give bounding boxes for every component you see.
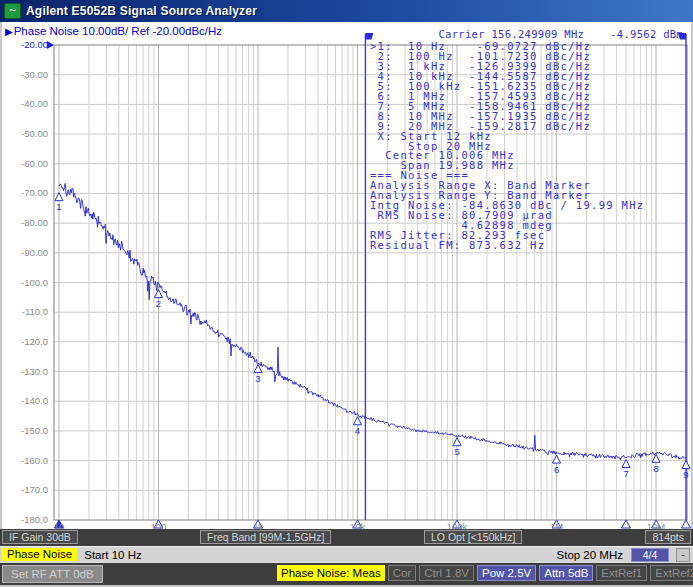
- sweep-stop-label: Stop 20 MHz: [557, 549, 623, 561]
- marker-readout: >1: 10 Hz -69.0727 dBc/Hz 2: 100 Hz -101…: [370, 42, 644, 251]
- trace-scale-label: Phase Noise 10.00dB/ Ref -20.00dBc/Hz: [14, 25, 222, 37]
- if-gain-indicator[interactable]: IF Gain 30dB: [2, 530, 78, 544]
- x-tick-label: 1M: [540, 521, 574, 529]
- trace-header[interactable]: ▶Phase Noise 10.00dB/ Ref -20.00dBc/Hz: [5, 25, 222, 37]
- marker-number: 1: [56, 201, 61, 212]
- x-tick-label: 10M: [639, 521, 673, 529]
- marker-triangle-icon: [453, 438, 461, 446]
- x-tick-label: 100k: [440, 521, 474, 529]
- axis-marker-triangle-icon: [622, 520, 631, 528]
- marker-number: 8: [653, 463, 658, 474]
- y-tick-label: -120.0: [2, 336, 48, 348]
- app-icon: ~: [4, 3, 21, 19]
- meas-status-badge: Phase Noise: Meas: [277, 565, 385, 581]
- status-indicator-ctrl: Ctrl 1.8V: [419, 565, 474, 581]
- marker-number: 6: [554, 464, 559, 475]
- marker-triangle-icon: [254, 364, 262, 372]
- rf-att-indicator[interactable]: Set RF ATT 0dB: [2, 565, 103, 583]
- status-indicator-pow: Pow 2.5V: [477, 565, 536, 581]
- window-title: Agilent E5052B Signal Source Analyzer: [26, 4, 257, 18]
- page-indicator[interactable]: 4/4: [631, 548, 669, 562]
- axis-marker-triangle-icon: [682, 520, 691, 528]
- y-tick-label: -160.0: [2, 455, 48, 467]
- status-indicator-extref1: ExtRef1: [596, 565, 647, 581]
- y-tick-label: -100.0: [2, 277, 48, 289]
- window-titlebar[interactable]: ~ Agilent E5052B Signal Source Analyzer: [0, 0, 693, 22]
- carrier-frequency: Carrier 156.249909 MHz: [438, 28, 584, 40]
- carrier-power: -4.9562 dBm: [610, 28, 683, 40]
- y-tick-label: -150.0: [2, 425, 48, 437]
- ref-level-arrow-icon[interactable]: [47, 41, 54, 49]
- x-tick-label: 10: [42, 521, 76, 529]
- x-tick-label: 1k: [241, 521, 275, 529]
- sweep-start-label: Start 10 Hz: [84, 549, 142, 561]
- marker-triangle-icon: [354, 417, 362, 425]
- trace-select-arrow-icon: ▶: [5, 26, 13, 37]
- y-tick-label: -130.0: [2, 366, 48, 378]
- instrument-status-bar: Set RF ATT 0dB Phase Noise: Meas CorCtrl…: [0, 562, 693, 587]
- status-indicator-cor: Cor: [388, 565, 417, 581]
- y-tick-label: -60.00: [2, 158, 48, 170]
- y-tick-label: -170.0: [2, 484, 48, 496]
- y-tick-label: -80.00: [2, 217, 48, 229]
- y-tick-label: -40.00: [2, 98, 48, 110]
- status-indicator-extref2: ExtRef2: [650, 565, 693, 581]
- marker-number: 2: [156, 298, 161, 309]
- freq-band-indicator[interactable]: Freq Band [99M-1.5GHz]: [200, 530, 331, 544]
- lo-opt-indicator[interactable]: LO Opt [<150kHz]: [424, 530, 522, 544]
- sweep-status-bar: Phase Noise Start 10 Hz Stop 20 MHz 4/4 …: [0, 546, 693, 562]
- marker-triangle-icon: [682, 460, 690, 468]
- y-tick-label: -140.0: [2, 395, 48, 407]
- points-indicator: 814pts: [645, 530, 691, 544]
- marker-number: 5: [454, 446, 459, 457]
- status-indicator-group: Phase Noise: Meas CorCtrl 1.8VPow 2.5VAt…: [277, 565, 693, 583]
- marker-triangle-icon: [553, 455, 561, 463]
- carrier-readout: Carrier 156.249909 MHz-4.9562 dBm: [438, 28, 683, 40]
- marker-number: 4: [355, 425, 360, 436]
- y-tick-label: -90.00: [2, 247, 48, 259]
- marker-triangle-icon: [652, 454, 660, 462]
- marker-number: 7: [623, 468, 628, 479]
- collapse-button[interactable]: -: [676, 548, 690, 562]
- y-tick-label: -70.00: [2, 187, 48, 199]
- x-tick-label: 100: [142, 521, 176, 529]
- y-tick-label: -20.00: [2, 39, 48, 51]
- measurement-status-bar: IF Gain 30dB Freq Band [99M-1.5GHz] LO O…: [0, 529, 693, 546]
- instrument-window: ~ Agilent E5052B Signal Source Analyzer …: [0, 0, 693, 587]
- marker-number: 3: [255, 373, 260, 384]
- y-tick-label: -50.00: [2, 128, 48, 140]
- mode-badge[interactable]: Phase Noise: [2, 548, 77, 561]
- marker-number: 9: [683, 469, 688, 480]
- y-tick-label: -110.0: [2, 306, 48, 318]
- x-tick-label: 10k: [341, 521, 375, 529]
- y-tick-label: -30.00: [2, 69, 48, 81]
- measurement-screen: 123456789 ▶Phase Noise 10.00dB/ Ref -20.…: [0, 22, 693, 529]
- status-indicator-attn: Attn 5dB: [539, 565, 593, 581]
- band-marker-flag-icon: [365, 33, 373, 40]
- marker-triangle-icon: [155, 290, 163, 298]
